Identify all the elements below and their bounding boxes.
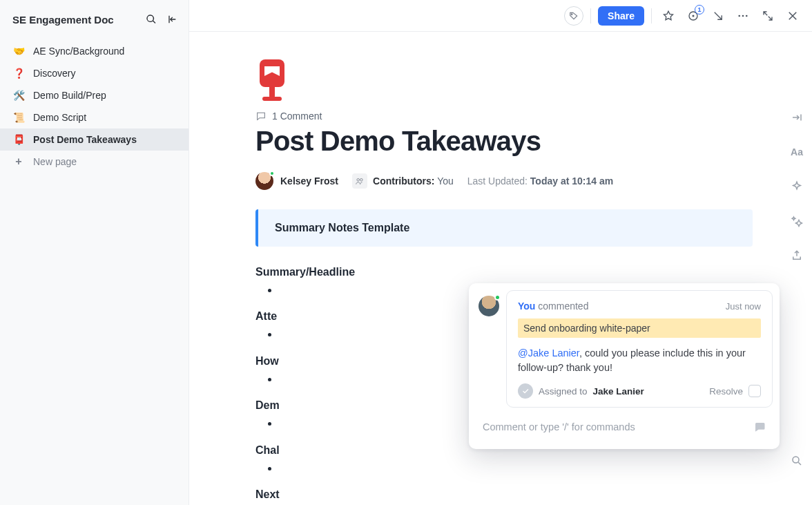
ai-icon[interactable] xyxy=(787,177,806,196)
svg-point-8 xyxy=(793,457,799,463)
list-item[interactable]: Send onboarding white-paper xyxy=(279,502,753,505)
new-page-button[interactable]: + New page xyxy=(0,151,188,173)
empty-bullet[interactable] xyxy=(279,458,753,479)
sidebar: SE Engagement Doc 🤝 AE Sync/Background ❓… xyxy=(0,0,189,505)
doc-title: SE Engagement Doc xyxy=(12,14,139,26)
sidebar-item-ae-sync[interactable]: 🤝 AE Sync/Background xyxy=(0,40,188,62)
people-icon xyxy=(352,173,367,189)
callout-summary-template[interactable]: Summary Notes Template xyxy=(255,209,753,247)
postbox-icon: 📮 xyxy=(12,134,25,145)
topbar: Share 1 xyxy=(189,0,812,32)
page-title[interactable]: Post Demo Takeaways xyxy=(255,126,753,157)
indent-icon[interactable] xyxy=(787,108,806,127)
svg-point-2 xyxy=(693,15,695,17)
section-next[interactable]: Next xyxy=(255,488,753,501)
comment-action: commented xyxy=(538,301,588,312)
svg-point-6 xyxy=(357,179,360,182)
svg-point-7 xyxy=(360,179,363,182)
sidebar-item-label: Demo Build/Prep xyxy=(33,90,106,101)
updated-value: Today at 10:14 am xyxy=(530,175,613,187)
comment-author: You xyxy=(518,301,535,312)
comment-highlight: Send onboarding white-paper xyxy=(518,318,761,338)
comment-time: Just now xyxy=(726,301,761,312)
collapse-sidebar-icon[interactable] xyxy=(164,11,180,28)
svg-point-0 xyxy=(571,13,572,15)
comment-count-label: 1 Comment xyxy=(272,111,322,122)
meta-row: Kelsey Frost Contributors: You Last Upda… xyxy=(255,172,753,190)
new-page-label: New page xyxy=(33,156,77,167)
close-icon[interactable] xyxy=(783,6,802,26)
notification-badge: 1 xyxy=(695,5,704,15)
assigned-label: Assigned to xyxy=(539,386,588,397)
plus-icon: + xyxy=(12,155,25,168)
download-icon[interactable] xyxy=(708,6,728,26)
comment-popover: You commented Just now Send onboarding w… xyxy=(469,283,780,449)
comment-card: You commented Just now Send onboarding w… xyxy=(506,290,773,408)
scroll-icon: 📜 xyxy=(12,112,25,123)
sidebar-item-demo-script[interactable]: 📜 Demo Script xyxy=(0,106,188,128)
page-emoji-postbox[interactable] xyxy=(255,59,290,101)
sidebar-item-label: Demo Script xyxy=(33,112,86,123)
avatar[interactable] xyxy=(478,296,499,316)
author[interactable]: Kelsey Frost xyxy=(255,172,338,190)
send-icon[interactable] xyxy=(749,418,770,436)
divider xyxy=(590,8,591,23)
search-icon[interactable] xyxy=(143,11,160,28)
sidebar-item-demo-build[interactable]: 🛠️ Demo Build/Prep xyxy=(0,84,188,106)
avatar xyxy=(255,172,273,190)
updated-label: Last Updated: xyxy=(467,175,528,187)
assignee[interactable]: Jake Lanier xyxy=(593,386,644,397)
author-name: Kelsey Frost xyxy=(280,175,338,187)
expand-icon[interactable] xyxy=(758,6,777,26)
resolve-checkbox[interactable] xyxy=(748,385,761,397)
comment-count[interactable]: 1 Comment xyxy=(255,111,753,122)
svg-point-3 xyxy=(738,15,740,17)
sidebar-nav: 🤝 AE Sync/Background ❓ Discovery 🛠️ Demo… xyxy=(0,37,188,175)
check-icon[interactable] xyxy=(518,383,533,399)
sparkle-icon[interactable] xyxy=(787,211,806,231)
rail-search-icon[interactable] xyxy=(787,451,806,470)
right-rail: Aa xyxy=(782,32,812,505)
svg-point-4 xyxy=(742,15,744,17)
sidebar-item-label: AE Sync/Background xyxy=(33,46,124,57)
section-summary[interactable]: Summary/Headline xyxy=(255,266,753,278)
comment-input-row xyxy=(480,415,770,439)
sidebar-item-discovery[interactable]: ❓ Discovery xyxy=(0,62,188,84)
star-icon[interactable] xyxy=(659,6,678,26)
comment-input[interactable] xyxy=(480,415,742,439)
mention[interactable]: @Jake Lanier xyxy=(518,347,579,359)
notification-icon[interactable]: 1 xyxy=(684,6,703,26)
resolve-label: Resolve xyxy=(709,386,743,397)
divider xyxy=(651,8,652,23)
more-icon[interactable] xyxy=(733,6,753,26)
sidebar-item-label: Post Demo Takeaways xyxy=(33,134,137,145)
main: Share 1 xyxy=(189,0,812,505)
tools-icon: 🛠️ xyxy=(12,90,25,101)
handshake-icon: 🤝 xyxy=(12,46,25,57)
sidebar-header: SE Engagement Doc xyxy=(0,8,188,37)
contributors-label: Contributors: xyxy=(373,175,434,187)
sidebar-item-post-demo[interactable]: 📮 Post Demo Takeaways xyxy=(0,128,188,151)
tag-icon[interactable] xyxy=(564,6,583,26)
contributors-value: You xyxy=(437,175,454,187)
question-icon: ❓ xyxy=(12,68,25,79)
comment-message: @Jake Lanier, could you please include t… xyxy=(518,346,761,375)
share-button[interactable]: Share xyxy=(598,6,644,26)
sidebar-item-label: Discovery xyxy=(33,68,75,79)
share-up-icon[interactable] xyxy=(787,246,806,265)
contributors[interactable]: Contributors: You xyxy=(352,173,454,189)
last-updated: Last Updated: Today at 10:14 am xyxy=(467,175,613,187)
typography-icon[interactable]: Aa xyxy=(787,142,806,162)
svg-point-5 xyxy=(746,15,748,17)
